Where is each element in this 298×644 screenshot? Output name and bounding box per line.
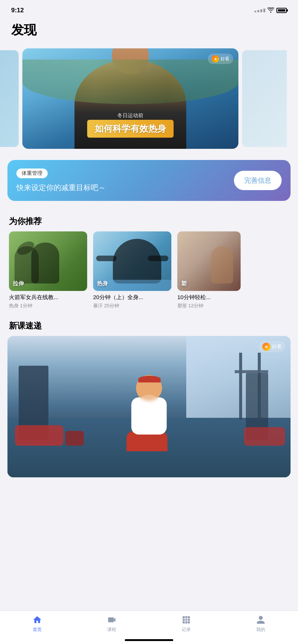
recommend-scroll-container[interactable]: 拉伸 火箭军女兵在线教... 热身 1分钟 热身 20分钟（上）全身... [9, 231, 289, 309]
recommend-title-2: 20分钟（上）全身... [93, 294, 171, 301]
recommend-item[interactable]: 拉伸 火箭军女兵在线教... 热身 1分钟 [9, 231, 87, 309]
record-icon-svg [181, 615, 191, 625]
banner-badge-text: 好看 [221, 56, 229, 62]
video-badge-icon: ★ [262, 343, 270, 351]
banner-main-text-container: 如何科学有效热身 [22, 120, 238, 138]
recommend-section-header: 为你推荐 [0, 208, 298, 231]
signal-icon [254, 9, 265, 12]
home-icon-svg [32, 615, 42, 625]
thumb-label-1: 拉伸 [13, 280, 24, 287]
nav-label-records: 记录 [182, 627, 191, 633]
banner-right-partial [242, 50, 287, 147]
status-bar: 9:12 [0, 0, 298, 19]
weight-tag: 体重管理 [16, 169, 48, 178]
recommend-meta-2: 暴汗 25分钟 [93, 302, 171, 309]
barbell-rack-2 [239, 353, 242, 420]
barbell-bar [235, 370, 268, 373]
nav-label-home: 首页 [33, 627, 42, 633]
banner-subtitle: 冬日运动前 [22, 112, 238, 119]
thumb-label-3: 塑 [181, 280, 187, 287]
status-time: 9:12 [11, 7, 24, 14]
silhouette-right [31, 243, 59, 283]
wifi-icon [267, 7, 274, 14]
profile-icon-svg [256, 615, 266, 625]
nav-item-profile[interactable]: 我的 [224, 615, 298, 633]
banner-good-badge: ★ 好看 [208, 54, 233, 64]
recommend-item[interactable]: 塑 10分钟轻松... 塑形 12分钟 [177, 231, 241, 309]
banner-trees [22, 60, 238, 104]
home-indicator [125, 639, 173, 641]
svg-rect-0 [183, 616, 190, 624]
banner-main-text: 如何科学有效热身 [87, 120, 174, 138]
profile-icon [256, 615, 266, 625]
camera-icon-svg [107, 615, 117, 625]
page-title: 发现 [11, 22, 287, 39]
nav-item-records[interactable]: 记录 [149, 615, 224, 633]
page-header: 发现 [0, 19, 298, 45]
recommend-meta-1: 热身 1分钟 [9, 302, 87, 309]
recommend-title-1: 火箭军女兵在线教... [9, 294, 87, 301]
home-icon [32, 615, 42, 625]
weights-left [15, 425, 63, 446]
arm-right [148, 256, 168, 261]
arm-left [96, 256, 117, 261]
new-course-video[interactable]: ★ 好看 [7, 336, 291, 477]
recommend-title-3: 10分钟轻松... [177, 294, 241, 301]
recommend-thumb-2[interactable]: 热身 [93, 231, 171, 291]
video-badge-text: 好看 [272, 343, 282, 350]
complete-info-button[interactable]: 完善信息 [234, 171, 282, 190]
weight-management-card: 体重管理 快来设定你的减重目标吧～ 完善信息 [7, 160, 291, 201]
weight-card-left: 体重管理 快来设定你的减重目标吧～ [16, 169, 234, 193]
weights-right [244, 427, 285, 446]
barbell-rack [258, 353, 261, 420]
thumb-label-2: 热身 [97, 280, 108, 287]
nav-label-courses: 课程 [107, 627, 116, 633]
recommend-meta-3: 塑形 12分钟 [177, 302, 241, 309]
courses-icon [107, 615, 117, 625]
recommend-item[interactable]: 热身 20分钟（上）全身... 暴汗 25分钟 [93, 231, 171, 309]
recommend-section: 拉伸 火箭军女兵在线教... 热身 1分钟 热身 20分钟（上）全身... [0, 231, 298, 317]
play-button[interactable] [137, 395, 161, 419]
recommend-thumb-3[interactable]: 塑 [177, 231, 241, 291]
nav-item-home[interactable]: 首页 [0, 615, 74, 633]
person-hat [138, 376, 161, 382]
weights-center [65, 431, 84, 446]
battery-icon [276, 8, 287, 13]
records-icon [181, 615, 191, 625]
nav-item-courses[interactable]: 课程 [74, 615, 149, 633]
beach-silhouette [113, 239, 161, 283]
banner-carousel[interactable]: ★ 好看 冬日运动前 如何科学有效热身 [0, 45, 298, 153]
new-courses-header: 新课速递 [0, 317, 298, 336]
weight-desc: 快来设定你的减重目标吧～ [16, 183, 234, 193]
thumb-bg-3 [177, 231, 241, 291]
recommend-thumb-1[interactable]: 拉伸 [9, 231, 87, 291]
banner-left-partial [0, 50, 19, 147]
video-good-badge: ★ 好看 [259, 341, 285, 352]
play-triangle-icon [146, 401, 154, 412]
status-icons [254, 7, 287, 14]
nav-label-profile: 我的 [256, 627, 265, 633]
banner-main-card[interactable]: ★ 好看 冬日运动前 如何科学有效热身 [22, 48, 238, 149]
person-silhouette-3 [211, 246, 233, 283]
badge-star-icon: ★ [212, 55, 219, 63]
